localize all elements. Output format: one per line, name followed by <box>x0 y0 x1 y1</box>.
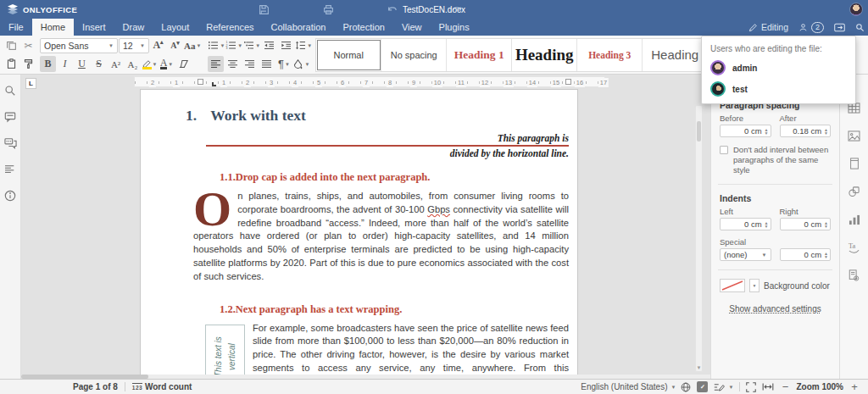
redo-icon[interactable] <box>448 2 465 17</box>
vertical-scrollbar-thumb[interactable] <box>697 121 701 142</box>
indent-marker[interactable] <box>198 79 203 85</box>
spacing-after-input[interactable]: 0.18 cm▲▼ <box>780 125 832 137</box>
fit-page-button[interactable] <box>746 382 756 392</box>
zoom-in-button[interactable]: + <box>849 380 860 393</box>
increase-font-icon[interactable]: A▴ <box>150 37 166 53</box>
ruler-number: 12 <box>480 78 490 87</box>
decrease-indent-icon[interactable] <box>261 37 277 53</box>
save-icon[interactable] <box>255 2 272 17</box>
line-spacing-icon[interactable]: ▼ <box>295 37 312 53</box>
font-color-icon[interactable]: A▼ <box>159 56 175 72</box>
menu-draw[interactable]: Draw <box>114 19 153 36</box>
zoom-out-button[interactable]: − <box>780 380 790 393</box>
indent-right-input[interactable]: 0 cm▲▼ <box>780 218 832 230</box>
format-painter-icon[interactable] <box>20 56 36 72</box>
menu-plugins[interactable]: Plugins <box>431 19 478 36</box>
style-normal[interactable]: Normal <box>316 39 381 71</box>
font-size-combo[interactable]: 12▼ <box>119 38 149 53</box>
undo-icon[interactable] <box>384 2 401 17</box>
align-center-icon[interactable] <box>225 56 241 72</box>
track-changes-button[interactable]: ▼ <box>714 382 733 392</box>
clear-style-icon[interactable] <box>175 56 192 72</box>
background-color-swatch[interactable] <box>720 279 745 292</box>
about-icon[interactable] <box>3 188 18 203</box>
spinner-arrows-icon[interactable]: ▲▼ <box>765 128 769 135</box>
menu-collaboration[interactable]: Collaboration <box>263 19 335 36</box>
show-advanced-settings-link[interactable]: Show advanced settings <box>720 304 831 314</box>
search-button-top[interactable] <box>855 23 865 32</box>
bold-button[interactable]: B <box>40 56 56 72</box>
open-file-location-button[interactable] <box>834 23 845 32</box>
superscript-button[interactable]: A² <box>108 56 124 72</box>
subscript-button[interactable]: A₂ <box>125 56 141 72</box>
right-indent-marker[interactable] <box>565 79 571 85</box>
underline-button[interactable]: U <box>74 56 90 72</box>
shading-icon[interactable]: ▼ <box>292 56 309 72</box>
copy-icon[interactable] <box>3 37 19 53</box>
tab-marker[interactable] <box>212 82 216 86</box>
text-art-settings-icon[interactable]: Ta <box>847 240 862 255</box>
image-settings-icon[interactable] <box>847 128 862 143</box>
editing-users-button[interactable]: 2 <box>798 22 824 33</box>
spinner-arrows-icon[interactable]: ▲▼ <box>824 221 828 228</box>
chat-icon[interactable] <box>3 136 18 151</box>
multilevel-list-icon[interactable]: ▼ <box>243 37 260 53</box>
cut-icon[interactable]: ✂ <box>20 37 36 53</box>
paste-icon[interactable] <box>3 56 19 72</box>
chart-settings-icon[interactable] <box>847 212 862 227</box>
menu-file[interactable]: File <box>0 19 32 36</box>
spinner-arrows-icon[interactable]: ▲▼ <box>824 128 828 135</box>
editing-mode-button[interactable]: Editing <box>748 22 788 32</box>
special-select[interactable]: (none)▼ <box>720 248 771 261</box>
vertical-text-box[interactable]: This text is vertical <box>205 325 245 379</box>
align-right-icon[interactable] <box>242 56 258 72</box>
horizontal-ruler: 211234567891011121314151617 <box>134 76 605 87</box>
strikethrough-button[interactable]: S <box>91 56 107 72</box>
popover-title: Users who are editing the file: <box>710 44 847 53</box>
style-heading3[interactable]: Heading 3 <box>577 39 643 71</box>
increase-indent-icon[interactable] <box>278 37 294 53</box>
style-no-spacing[interactable]: No spacing <box>381 39 447 71</box>
menu-protection[interactable]: Protection <box>334 19 393 36</box>
change-case-icon[interactable]: Aa▼ <box>184 37 201 53</box>
spinner-arrows-icon[interactable]: ▲▼ <box>824 252 828 258</box>
language-selector[interactable]: English (United States)▼ <box>581 382 691 392</box>
vertical-scrollbar[interactable]: ▼ <box>695 105 703 372</box>
highlight-color-icon[interactable]: ▼ <box>142 56 158 72</box>
word-count-button[interactable]: 123 Word count <box>132 382 192 391</box>
print-icon[interactable] <box>320 2 337 17</box>
special-by-input[interactable]: 0 cm▲▼ <box>780 248 832 261</box>
style-heading4[interactable]: Heading <box>643 39 708 71</box>
spell-check-icon[interactable]: ✓ <box>697 381 708 392</box>
mail-merge-settings-icon[interactable] <box>847 268 862 283</box>
menu-home[interactable]: Home <box>32 19 74 36</box>
interval-checkbox[interactable] <box>720 146 728 154</box>
fit-width-button[interactable] <box>762 382 774 391</box>
menu-view[interactable]: View <box>393 19 431 36</box>
bullets-icon[interactable]: ▼ <box>208 37 225 53</box>
header-footer-settings-icon[interactable] <box>847 156 862 171</box>
indent-left-input[interactable]: 0 cm▲▼ <box>720 218 771 230</box>
justify-icon[interactable] <box>259 56 275 72</box>
style-heading1[interactable]: Heading 1 <box>447 39 512 71</box>
font-name-combo[interactable]: Open Sans▼ <box>40 38 118 53</box>
spinner-arrows-icon[interactable]: ▲▼ <box>765 221 769 228</box>
search-icon[interactable] <box>3 83 18 98</box>
comments-icon[interactable] <box>3 109 18 125</box>
italic-button[interactable]: I <box>57 56 73 72</box>
nonprinting-characters-icon[interactable]: ¶▼ <box>275 56 292 72</box>
scroll-down-arrow-icon[interactable]: ▼ <box>696 365 702 370</box>
spacing-before-input[interactable]: 0 cm▲▼ <box>720 125 771 137</box>
navigation-icon[interactable] <box>3 162 18 177</box>
menu-insert[interactable]: Insert <box>74 19 114 36</box>
menu-layout[interactable]: Layout <box>153 19 198 36</box>
tab-stop-selector[interactable]: L <box>25 78 36 89</box>
style-heading2[interactable]: Heading <box>512 39 577 71</box>
decrease-font-icon[interactable]: A▾ <box>167 37 183 53</box>
user-avatar[interactable] <box>849 3 863 16</box>
numbering-icon[interactable]: 123▼ <box>225 37 242 53</box>
shape-settings-icon[interactable] <box>847 184 862 199</box>
align-left-icon[interactable] <box>208 56 224 72</box>
menu-references[interactable]: References <box>198 19 262 36</box>
background-color-dropdown[interactable]: ▼ <box>749 279 760 292</box>
